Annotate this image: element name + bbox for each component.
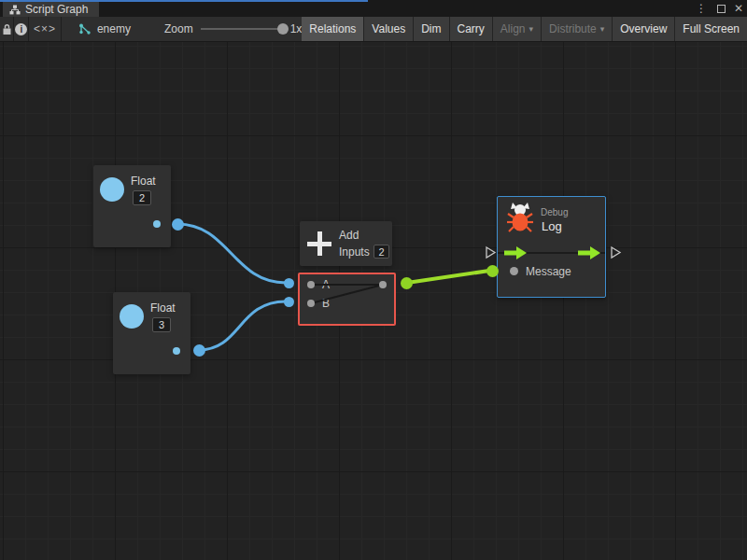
zoom-slider-knob[interactable] <box>277 23 289 35</box>
node-debug-log[interactable]: Debug Log Message <box>497 196 606 298</box>
inputs-label: Inputs <box>339 245 370 259</box>
zoom-value: 1x <box>290 22 303 35</box>
lock-icon <box>2 23 12 35</box>
zoom-slider[interactable] <box>201 28 283 30</box>
info-button[interactable]: i <box>14 17 29 41</box>
wire-float2-to-add-a[interactable] <box>177 224 286 283</box>
message-input-port[interactable] <box>510 267 518 275</box>
node-title: Add <box>339 229 359 242</box>
overview-button[interactable]: Overview <box>613 17 674 41</box>
info-icon: i <box>15 23 27 35</box>
carry-button[interactable]: Carry <box>450 17 492 41</box>
node-float-3[interactable]: Float 3 <box>113 292 190 374</box>
add-input-a-port[interactable] <box>307 281 315 288</box>
relations-button[interactable]: Relations <box>302 17 363 41</box>
wire-endpoint-dot[interactable] <box>284 297 294 307</box>
script-graph-icon <box>9 5 21 15</box>
inputs-count-field[interactable]: 2 <box>374 245 389 259</box>
flow-exit-triangle-icon[interactable] <box>610 245 622 259</box>
node-title: Float <box>131 175 156 188</box>
tab-title: Script Graph <box>25 3 88 16</box>
lock-button[interactable] <box>0 17 14 41</box>
wire-float3-to-add-b[interactable] <box>199 301 286 350</box>
values-button[interactable]: Values <box>364 17 413 41</box>
flow-entry-triangle-icon[interactable] <box>485 245 497 259</box>
float-output-port[interactable] <box>153 220 161 228</box>
wire-endpoint-dot[interactable] <box>284 278 294 288</box>
node-add-header[interactable]: Add Inputs 2 <box>300 221 392 266</box>
maximize-icon[interactable] <box>717 5 726 13</box>
distribute-dropdown[interactable]: Distribute ▾ <box>542 17 612 41</box>
graph-toolbar: i <×> enemy Zoom 1x Relations Values Dim… <box>0 17 747 42</box>
tab-script-graph[interactable]: Script Graph <box>3 2 99 17</box>
connection-values-button[interactable]: <×> <box>29 17 62 41</box>
node-title: Float <box>150 301 176 315</box>
dim-button[interactable]: Dim <box>414 17 448 41</box>
wire-endpoint-dot[interactable] <box>486 265 499 277</box>
tab-strip: Script Graph ⋮ ✕ <box>0 0 747 17</box>
wire-endpoint-dot[interactable] <box>193 344 205 357</box>
add-icon <box>307 231 331 256</box>
add-input-b-port[interactable] <box>307 300 315 307</box>
code-icon: <×> <box>34 22 56 35</box>
graph-name: enemy <box>97 22 131 35</box>
float-literal-icon <box>100 177 124 202</box>
graph-canvas[interactable]: Float 2 Float 3 Add Inputs 2 A B <box>0 42 747 560</box>
wire-add-to-log-message[interactable] <box>407 271 489 283</box>
wire-endpoint-dot[interactable] <box>401 277 413 289</box>
node-add-ports[interactable]: A B <box>298 273 396 326</box>
node-category: Debug <box>541 207 568 217</box>
zoom-label: Zoom <box>164 22 193 35</box>
graph-breadcrumb[interactable]: enemy <box>78 17 131 41</box>
graph-reference-icon <box>78 23 92 35</box>
chevron-down-icon: ▾ <box>600 24 605 34</box>
align-dropdown[interactable]: Align ▾ <box>493 17 541 41</box>
flow-input-arrow-icon[interactable] <box>504 246 527 259</box>
wire-endpoint-dot[interactable] <box>172 218 184 231</box>
fullscreen-button[interactable]: Full Screen <box>675 17 747 41</box>
window-menu-icon[interactable]: ⋮ <box>694 3 709 14</box>
float-value-field[interactable]: 3 <box>152 317 171 332</box>
float-value-field[interactable]: 2 <box>133 190 151 205</box>
add-output-port[interactable] <box>379 281 387 288</box>
node-float-2[interactable]: Float 2 <box>93 165 171 247</box>
float-literal-icon <box>120 304 144 329</box>
bug-icon <box>507 203 533 232</box>
message-port-label: Message <box>526 265 571 278</box>
node-title: Log <box>542 219 562 233</box>
close-icon[interactable]: ✕ <box>734 3 743 14</box>
chevron-down-icon: ▾ <box>529 24 534 34</box>
flow-output-arrow-icon[interactable] <box>578 246 600 259</box>
float-output-port[interactable] <box>173 347 180 355</box>
